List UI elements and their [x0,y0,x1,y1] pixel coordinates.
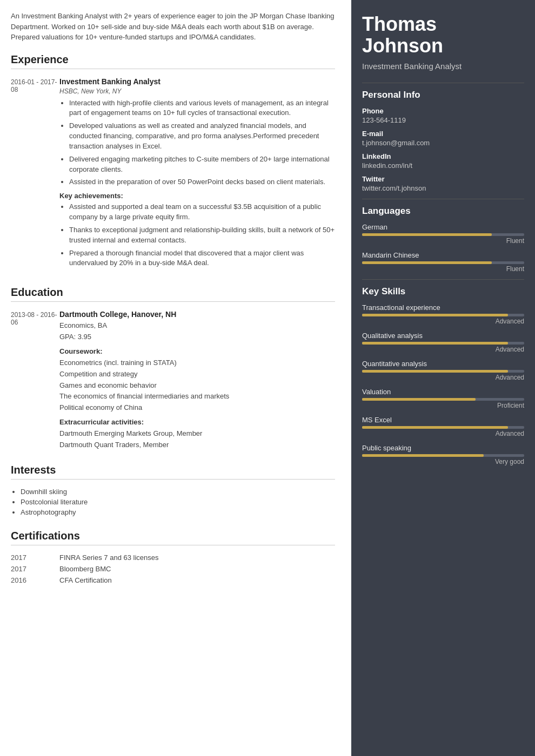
education-school-0: Dartmouth College, Hanover, NH [59,310,335,319]
skill-bar-fill-1 [362,342,508,345]
skill-item-3: Valuation Proficient [362,388,524,409]
interests-title: Interests [11,464,335,480]
lang-bar-bg-1 [362,261,524,264]
skill-name-3: Valuation [362,388,524,396]
bullet-0-3: Assisted in the preparation of over 50 P… [69,177,335,187]
education-title: Education [11,286,335,302]
phone-label: Phone [362,107,524,115]
skill-name-1: Qualitative analysis [362,332,524,340]
personal-info-title: Personal Info [362,90,524,100]
experience-subtitle-0: HSBC, New York, NY [59,87,335,95]
skill-bar-fill-4 [362,426,508,429]
education-entry-0: 2013-08 - 2016-06 Dartmouth College, Han… [11,310,335,450]
skill-level-4: Advanced [362,430,524,437]
coursework-item-2: Games and economic behavior [59,380,335,392]
summary-text: An Investment Banking Analyst with 2+ ye… [11,11,335,43]
cert-entry-0: 2017 FINRA Series 7 and 63 licenses [11,554,335,562]
skill-level-2: Advanced [362,374,524,381]
experience-entry-0: 2016-01 - 2017-08 Investment Banking Ana… [11,77,335,273]
skills-title: Key Skills [362,286,524,297]
skill-level-5: Very good [362,458,524,465]
email-value: t.johnson@gmail.com [362,139,524,147]
lang-name-0: German [362,223,524,231]
interests-list: Downhill skiing Postcolonial literature … [11,488,335,516]
skill-bar-bg-1 [362,342,524,345]
cert-year-0: 2017 [11,554,59,562]
bullet-0-2: Delivered engaging marketing pitches to … [69,154,335,175]
skill-name-2: Quantitative analysis [362,360,524,368]
cert-name-1: Bloomberg BMC [59,565,111,573]
skill-bar-bg-4 [362,426,524,429]
skill-item-0: Transactional experience Advanced [362,303,524,325]
lang-level-1: Fluent [362,265,524,273]
achievement-0: Assisted and supported a deal team on a … [69,202,335,222]
achievement-1: Thanks to exceptional judgment and relat… [69,225,335,246]
interests-section: Interests Downhill skiing Postcolonial l… [11,464,335,516]
coursework-item-0: Econometrics (incl. training in STATA) [59,357,335,369]
achievement-2: Prepared a thorough financial model that… [69,248,335,269]
divider-2 [362,199,524,199]
cert-entry-1: 2017 Bloomberg BMC [11,565,335,573]
cert-name-2: CFA Certification [59,576,112,584]
skill-item-5: Public speaking Very good [362,444,524,465]
skill-item-4: MS Excel Advanced [362,416,524,437]
skill-bar-fill-3 [362,398,476,401]
skill-name-4: MS Excel [362,416,524,424]
twitter-value: twitter.com/t.johnson [362,184,524,192]
certifications-title: Certifications [11,530,335,545]
certifications-section: Certifications 2017 FINRA Series 7 and 6… [11,530,335,584]
candidate-name: Thomas Johnson [362,14,524,56]
skill-item-1: Qualitative analysis Advanced [362,332,524,353]
lang-item-1: Mandarin Chinese Fluent [362,251,524,273]
coursework-label: Coursework: [59,347,335,355]
skill-bar-bg-5 [362,454,524,457]
lang-level-0: Fluent [362,237,524,245]
email-label: E-mail [362,130,524,138]
skill-name-0: Transactional experience [362,303,524,312]
divider-3 [362,279,524,280]
skill-name-5: Public speaking [362,444,524,452]
interest-2: Astrophotography [21,508,335,516]
skill-bar-fill-2 [362,370,508,373]
experience-section: Experience 2016-01 - 2017-08 Investment … [11,53,335,273]
email-item: E-mail t.johnson@gmail.com [362,130,524,147]
linkedin-label: LinkedIn [362,152,524,160]
phone-item: Phone 123-564-1119 [362,107,524,124]
extracurricular-item-0: Dartmouth Emerging Markets Group, Member [59,428,335,440]
skill-bar-bg-0 [362,314,524,316]
bullet-0-0: Interacted with high-profile clients and… [69,98,335,119]
education-content-0: Dartmouth College, Hanover, NH Economics… [59,310,335,450]
lang-bar-fill-0 [362,233,492,236]
lang-item-0: German Fluent [362,223,524,245]
name-line2: Johnson [362,35,443,57]
experience-date-0: 2016-01 - 2017-08 [11,77,59,273]
education-date-0: 2013-08 - 2016-06 [11,310,59,450]
skill-item-2: Quantitative analysis Advanced [362,360,524,381]
interest-0: Downhill skiing [21,488,335,496]
twitter-item: Twitter twitter.com/t.johnson [362,175,524,192]
lang-bar-bg-0 [362,233,524,236]
right-job-title: Investment Banking Analyst [362,60,524,72]
experience-bullets-0: Interacted with high-profile clients and… [59,98,335,188]
linkedin-value: linkedin.com/in/t [362,161,524,170]
interest-1: Postcolonial literature [21,498,335,506]
skill-level-0: Advanced [362,318,524,325]
skill-level-1: Advanced [362,346,524,353]
coursework-item-4: Political economy of China [59,402,335,414]
left-panel: An Investment Banking Analyst with 2+ ye… [0,0,351,756]
achievements-label: Key achievements: [59,192,335,200]
cert-name-0: FINRA Series 7 and 63 licenses [59,554,159,562]
bullet-0-1: Developed valuations as well as created … [69,121,335,152]
skill-bar-bg-3 [362,398,524,401]
right-panel: Thomas Johnson Investment Banking Analys… [351,0,535,756]
experience-title: Experience [11,53,335,69]
extracurricular-item-1: Dartmouth Quant Traders, Member [59,440,335,451]
divider-1 [362,83,524,83]
achievements-list: Assisted and supported a deal team on a … [59,202,335,268]
education-section: Education 2013-08 - 2016-06 Dartmouth Co… [11,286,335,450]
education-gpa-0: GPA: 3.95 [59,332,335,343]
linkedin-item: LinkedIn linkedin.com/in/t [362,152,524,170]
phone-value: 123-564-1119 [362,116,524,124]
twitter-label: Twitter [362,175,524,183]
experience-job-title-0: Investment Banking Analyst [59,77,335,86]
